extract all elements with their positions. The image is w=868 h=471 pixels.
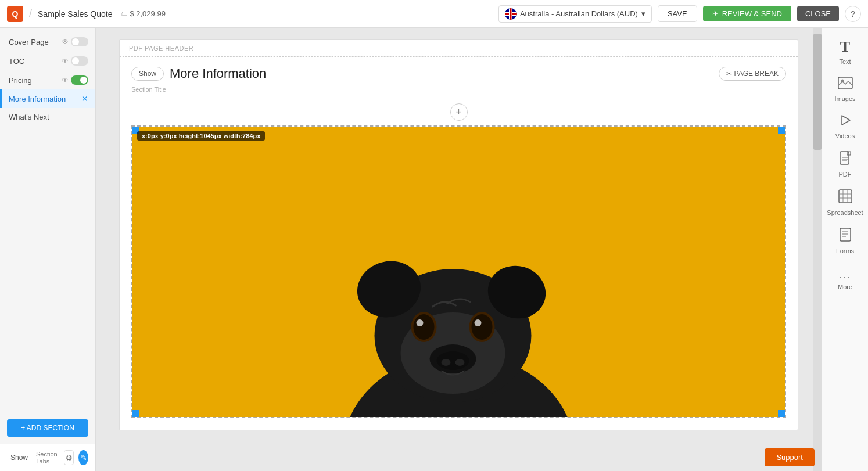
- settings-button[interactable]: ⚙: [64, 450, 74, 465]
- sidebar-item-images[interactable]: Images: [822, 71, 868, 108]
- sidebar-item-label: Cover Page: [9, 38, 62, 46]
- sidebar-item-more-information[interactable]: More Information ✕: [0, 89, 95, 108]
- pdf-header-label: PDF PAGE HEADER: [129, 45, 193, 52]
- pdf-label: PDF: [839, 171, 852, 178]
- sidebar-item-pdf[interactable]: PDF: [822, 145, 868, 184]
- sidebar-items: Cover Page 👁 TOC 👁 Pricing 👁: [0, 28, 95, 412]
- locale-selector[interactable]: Australia - Australian Dollars (AUD) ▾: [498, 5, 652, 23]
- scissors-icon: ✂: [726, 70, 732, 78]
- sidebar-item-label: TOC: [9, 57, 52, 66]
- videos-icon: [839, 114, 852, 130]
- svg-rect-24: [840, 152, 849, 164]
- tooltip-width-label: width:: [224, 132, 242, 139]
- scrollbar-thumb[interactable]: [813, 34, 822, 150]
- svg-point-16: [475, 319, 482, 326]
- support-button[interactable]: Support: [765, 448, 815, 466]
- price-display: 🏷 $ 2,029.99: [120, 9, 165, 18]
- sidebar-toggle-cover: 👁: [62, 37, 88, 46]
- svg-marker-23: [842, 116, 850, 125]
- text-label: Text: [839, 58, 851, 65]
- main-layout: Cover Page 👁 TOC 👁 Pricing 👁: [0, 28, 868, 471]
- page-container: PDF PAGE HEADER Show More Information ✂ …: [119, 39, 798, 430]
- pdf-page-header: PDF PAGE HEADER: [120, 40, 798, 57]
- separator: /: [29, 8, 32, 20]
- sidebar-item-forms[interactable]: Forms: [822, 222, 868, 260]
- images-label: Images: [834, 95, 855, 102]
- action-button[interactable]: ✎: [78, 450, 88, 465]
- topbar: Q / Sample Sales Quote 🏷 $ 2,029.99 Aust…: [0, 0, 868, 28]
- right-sidebar: T Text Images Videos PDF Spreadshe: [822, 28, 868, 471]
- tooltip-height-label: height:: [179, 132, 200, 139]
- sidebar-item-label: What's Next: [9, 113, 88, 121]
- toggle-switch-cover[interactable]: [71, 37, 88, 46]
- pdf-icon: [840, 151, 851, 168]
- sidebar-footer: Show Section Tabs ⚙ ✎: [0, 444, 95, 471]
- tooltip-y-label: y:: [160, 132, 166, 139]
- image-dimensions-tooltip: x:0px y:0px height:1045px width:784px: [137, 131, 265, 141]
- svg-rect-4: [510, 8, 511, 20]
- close-section-icon[interactable]: ✕: [81, 94, 88, 103]
- flag-icon: [505, 8, 517, 20]
- sidebar-item-label: More Information: [9, 95, 79, 103]
- help-icon: ?: [851, 9, 855, 19]
- resize-handle-br[interactable]: [778, 410, 785, 417]
- toggle-switch-toc[interactable]: [71, 56, 88, 66]
- section-subtitle: Section Title: [120, 86, 798, 99]
- action-icon: ✎: [80, 453, 87, 462]
- svg-point-20: [455, 359, 465, 366]
- resize-handle-bl[interactable]: [132, 410, 139, 417]
- sidebar-item-cover-page[interactable]: Cover Page 👁: [0, 33, 95, 51]
- images-icon: [838, 77, 853, 93]
- svg-point-19: [442, 359, 451, 366]
- svg-rect-28: [839, 190, 852, 203]
- gear-icon: ⚙: [66, 454, 73, 462]
- add-block-area: +: [120, 99, 798, 125]
- sidebar-item-label: Pricing: [9, 76, 62, 85]
- plus-icon: +: [455, 106, 462, 118]
- sidebar-item-toc[interactable]: TOC 👁: [0, 51, 95, 71]
- videos-label: Videos: [835, 132, 855, 139]
- tooltip-x-label: x:: [142, 132, 148, 139]
- scrollbar-track[interactable]: [813, 28, 822, 471]
- add-block-button[interactable]: +: [450, 103, 468, 121]
- section-header: Show More Information ✂ PAGE BREAK: [120, 57, 798, 86]
- svg-point-18: [437, 351, 469, 370]
- text-icon: T: [840, 38, 850, 56]
- eye-icon[interactable]: 👁: [62, 38, 69, 46]
- tooltip-y-val: 0px: [166, 132, 177, 139]
- svg-rect-33: [840, 228, 851, 241]
- sidebar-item-more[interactable]: ··· More: [822, 265, 868, 296]
- sidebar-toggle-pricing: 👁: [62, 75, 88, 85]
- sidebar-item-text[interactable]: T Text: [822, 33, 868, 71]
- help-button[interactable]: ?: [845, 6, 861, 22]
- section-tabs-label: Section Tabs: [36, 451, 59, 465]
- sidebar-item-pricing[interactable]: Pricing 👁: [0, 71, 95, 89]
- close-button[interactable]: CLOSE: [797, 6, 839, 21]
- eye-icon[interactable]: 👁: [62, 57, 69, 65]
- document-title: Sample Sales Quote: [38, 9, 112, 19]
- spreadsheet-label: Spreadsheet: [827, 209, 863, 216]
- show-section-tabs-button[interactable]: Show: [7, 452, 31, 463]
- svg-point-12: [414, 314, 435, 340]
- forms-label: Forms: [836, 247, 854, 254]
- app-logo[interactable]: Q: [7, 6, 23, 22]
- eye-icon[interactable]: 👁: [62, 76, 69, 84]
- sidebar-item-videos[interactable]: Videos: [822, 108, 868, 145]
- tooltip-width-val: 784px: [242, 132, 260, 139]
- center-canvas[interactable]: PDF PAGE HEADER Show More Information ✂ …: [96, 28, 822, 471]
- sidebar-item-whats-next[interactable]: What's Next: [0, 108, 95, 126]
- show-button[interactable]: Show: [131, 67, 164, 81]
- locale-label: Australia - Australian Dollars (AUD): [520, 9, 638, 18]
- image-block[interactable]: x:0px y:0px height:1045px width:784px: [131, 125, 786, 418]
- resize-handle-tr[interactable]: [778, 127, 785, 134]
- add-section-button[interactable]: + ADD SECTION: [7, 419, 88, 437]
- sidebar-toggle-toc: 👁: [52, 56, 88, 66]
- page-break-label: PAGE BREAK: [734, 70, 779, 78]
- review-send-button[interactable]: ✈ REVIEW & SEND: [703, 6, 791, 21]
- review-icon: ✈: [712, 9, 719, 18]
- section-title: More Information: [170, 66, 266, 81]
- toggle-switch-pricing[interactable]: [71, 75, 88, 85]
- sidebar-item-spreadsheet[interactable]: Spreadsheet: [822, 184, 868, 222]
- page-break-button[interactable]: ✂ PAGE BREAK: [719, 67, 786, 81]
- save-button[interactable]: SAVE: [658, 5, 697, 22]
